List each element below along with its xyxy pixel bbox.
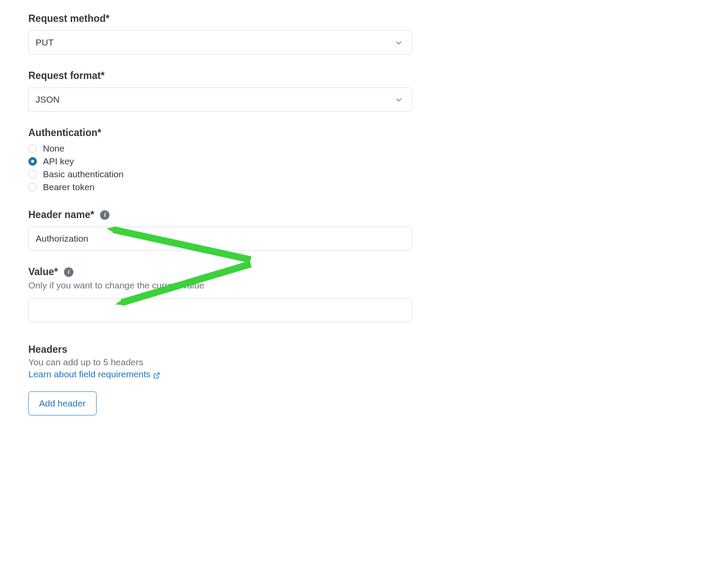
info-icon[interactable]: i	[100, 210, 109, 220]
headers-subtitle: You can add up to 5 headers	[28, 357, 700, 367]
add-header-button[interactable]: Add header	[28, 391, 97, 415]
request-format-select[interactable]: JSON	[28, 88, 412, 112]
add-header-button-label: Add header	[39, 398, 86, 409]
request-method-label: Request method*	[28, 13, 700, 24]
value-help-text: Only if you want to change the current v…	[28, 280, 700, 291]
request-format-select-wrap: JSON	[28, 88, 412, 112]
request-format-label: Request format*	[28, 70, 700, 82]
radio-button[interactable]	[28, 183, 37, 191]
authentication-radio-group: NoneAPI keyBasic authenticationBearer to…	[28, 142, 700, 194]
header-name-group: Header name* i	[28, 209, 700, 251]
authentication-option[interactable]: None	[28, 142, 700, 155]
authentication-option[interactable]: Bearer token	[28, 181, 700, 194]
header-name-label-row: Header name* i	[28, 209, 700, 221]
authentication-option[interactable]: API key	[28, 155, 700, 168]
radio-label: None	[43, 143, 64, 154]
radio-label: Bearer token	[43, 182, 94, 192]
value-label-row: Value* i	[28, 266, 700, 278]
link-text: Learn about field requirements	[28, 369, 151, 379]
request-method-select[interactable]: PUT	[28, 30, 412, 55]
value-group: Value* i Only if you want to change the …	[28, 266, 700, 322]
request-method-value: PUT	[36, 37, 54, 48]
request-method-select-wrap: PUT	[28, 30, 412, 55]
value-input[interactable]	[28, 298, 412, 322]
authentication-option[interactable]: Basic authentication	[28, 168, 700, 181]
value-label: Value*	[28, 266, 58, 278]
radio-button[interactable]	[28, 144, 37, 153]
request-format-group: Request format* JSON	[28, 70, 700, 112]
authentication-label: Authentication*	[28, 127, 700, 139]
info-icon[interactable]: i	[64, 267, 73, 277]
radio-label: API key	[43, 156, 74, 167]
header-name-input[interactable]	[28, 227, 412, 251]
external-link-icon	[153, 371, 160, 378]
radio-button[interactable]	[28, 157, 37, 166]
headers-section: Headers You can add up to 5 headers Lear…	[28, 344, 700, 415]
header-name-label: Header name*	[28, 209, 94, 221]
request-method-group: Request method* PUT	[28, 13, 700, 55]
radio-label: Basic authentication	[43, 169, 124, 179]
learn-about-requirements-link[interactable]: Learn about field requirements	[28, 369, 160, 379]
radio-button[interactable]	[28, 170, 37, 179]
headers-title: Headers	[28, 344, 700, 355]
request-format-value: JSON	[36, 94, 60, 105]
authentication-group: Authentication* NoneAPI keyBasic authent…	[28, 127, 700, 194]
